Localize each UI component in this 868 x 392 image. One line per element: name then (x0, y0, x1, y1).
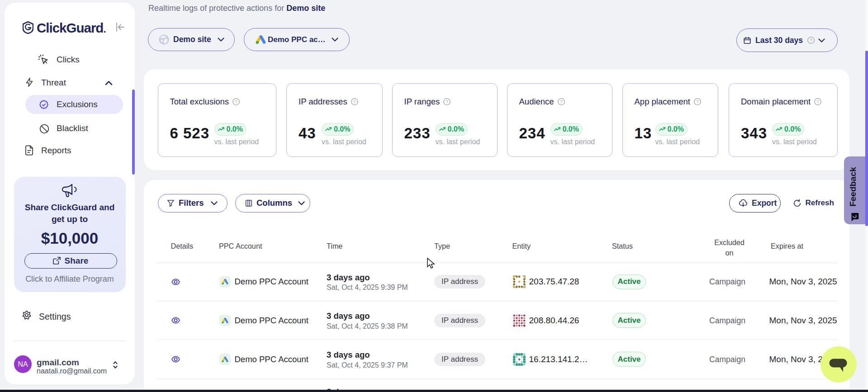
svg-text:?: ? (560, 99, 562, 104)
svg-text:?: ? (810, 38, 812, 43)
svg-text:?: ? (817, 99, 819, 104)
svg-text:?: ? (353, 99, 356, 104)
svg-text:?: ? (235, 99, 237, 104)
svg-text:?: ? (446, 99, 448, 104)
svg-text:?: ? (696, 99, 698, 104)
